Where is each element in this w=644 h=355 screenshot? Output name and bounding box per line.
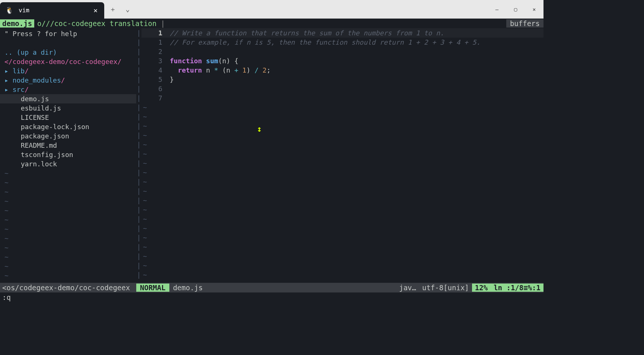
editor-pane[interactable]: 1 // Write a function that returns the s… (141, 28, 543, 283)
tilde: ~ (0, 234, 136, 243)
brace: } (170, 76, 174, 83)
tree-file-tsconfig-json[interactable]: tsconfig.json (0, 150, 136, 159)
tilde: ~ (0, 196, 136, 206)
status-filetype: jav… (396, 284, 419, 292)
line-number: 6 (141, 84, 167, 93)
main-area: " Press ? for help .. (up a dir) </codeg… (0, 28, 543, 283)
tree-up-dir[interactable]: .. (up a dir) (0, 48, 136, 57)
operator: / (255, 66, 259, 74)
tilde: ~ (0, 262, 136, 271)
tree-file-esbuild-js[interactable]: esbuild.js (0, 103, 136, 113)
code-line-4: 3 function sum(n) { (141, 56, 543, 65)
tilde: ~ (0, 215, 136, 224)
tilde: ~ (141, 270, 543, 279)
titlebar: 🐧 vim ✕ ＋ ⌄ — ▢ ✕ (0, 0, 543, 19)
command-line[interactable]: :q (0, 292, 543, 302)
tabline-sep: | (161, 19, 165, 28)
close-window-button[interactable]: ✕ (525, 2, 543, 17)
tilde: ~ (0, 178, 136, 187)
line-number: 7 (141, 93, 167, 103)
tilde: ~ (0, 169, 136, 178)
tilde: ~ (141, 233, 543, 242)
tilde: ~ (141, 196, 543, 205)
tree-file-yarn-lock[interactable]: yarn.lock (0, 159, 136, 169)
params: (n) { (218, 57, 238, 65)
tree-help: " Press ? for help (0, 29, 136, 38)
code-line-8: 7 (141, 93, 543, 103)
nerdtree[interactable]: " Press ? for help .. (up a dir) </codeg… (0, 28, 136, 283)
line-number: 5 (141, 75, 167, 84)
line-number: 2 (141, 47, 167, 56)
terminal-tab[interactable]: 🐧 vim ✕ (0, 2, 104, 19)
resize-cursor-icon: ↕ (257, 124, 262, 134)
function-name: sum (206, 57, 219, 65)
code-text: ) (246, 66, 255, 74)
tilde: ~ (141, 242, 543, 252)
code-line-7: 6 (141, 84, 543, 93)
vim-tabline: demo.js o///coc-codegeex translation | b… (0, 19, 543, 28)
tree-root[interactable]: </codegeex-demo/coc-codegeex/ (0, 57, 136, 66)
status-tree-path: <os/codegeex-demo/coc-codegeex (0, 284, 136, 292)
status-mode: NORMAL (136, 284, 169, 292)
tilde: ~ (141, 131, 543, 140)
tabline-path: o///coc-codegeex translation | (34, 19, 165, 28)
new-tab-button[interactable]: ＋ (106, 3, 119, 16)
code-line-1: 1 // Write a function that returns the s… (141, 28, 543, 38)
close-tab-icon[interactable]: ✕ (93, 6, 98, 14)
tilde: ~ (141, 159, 543, 168)
comment: // For example, if n is 5, then the func… (170, 38, 480, 46)
tilde: ~ (141, 140, 543, 149)
tilde: ~ (0, 224, 136, 234)
tilde: ~ (141, 261, 543, 270)
tree-file-package-lock-json[interactable]: package-lock.json (0, 122, 136, 131)
blank (0, 38, 136, 48)
tilde: ~ (141, 252, 543, 261)
number: 1 (238, 66, 246, 74)
tilde: ~ (141, 224, 543, 233)
operator: + (234, 66, 238, 74)
line-number: 3 (141, 56, 167, 65)
tab-menu-button[interactable]: ⌄ (121, 3, 134, 16)
tilde: ~ (141, 112, 543, 121)
tilde: ~ (0, 243, 136, 252)
tilde: ~ (141, 186, 543, 196)
comment: // Write a function that returns the sum… (170, 29, 444, 37)
status-filename: demo.js (169, 284, 207, 292)
tree-file-package-json[interactable]: package.json (0, 131, 136, 141)
vertical-split[interactable]: ||||||||||||||||||||||||||| (136, 28, 141, 283)
tree-folder-src[interactable]: ▸ src/ (0, 85, 136, 94)
tilde: ~ (0, 206, 136, 215)
tilde: ~ (0, 252, 136, 262)
status-encoding: utf-8[unix] (419, 284, 472, 292)
tree-file-demo-js[interactable]: demo.js (0, 94, 136, 103)
tilde: ~ (141, 205, 543, 214)
code-line-3: 2 (141, 47, 543, 56)
tilde: ~ (141, 103, 543, 112)
status-position: ln :1/8≡%:1 (491, 284, 543, 292)
linux-icon: 🐧 (5, 6, 13, 14)
tree-folder-node_modules[interactable]: ▸ node_modules/ (0, 76, 136, 85)
code-text: (n (218, 66, 234, 74)
keyword-return: return (178, 66, 202, 74)
tab-title: vim (19, 7, 88, 14)
tilde: ~ (141, 168, 543, 177)
tilde: ~ (141, 149, 543, 159)
tilde: ~ (0, 271, 136, 280)
code-line-6: 5 } (141, 75, 543, 84)
tilde: ~ (141, 177, 543, 186)
operator: * (214, 66, 218, 74)
tree-folder-lib[interactable]: ▸ lib/ (0, 66, 136, 76)
code-text: n (202, 66, 214, 74)
code-text: ; (267, 66, 271, 74)
tree-file-README-md[interactable]: README.md (0, 141, 136, 150)
line-number: 1 (141, 38, 167, 47)
keyword-function: function (170, 57, 202, 65)
statusline: <os/codegeex-demo/coc-codegeex NORMAL de… (0, 283, 543, 292)
tilde: ~ (0, 187, 136, 196)
tree-file-LICENSE[interactable]: LICENSE (0, 113, 136, 122)
buffers-label[interactable]: buffers (506, 19, 543, 28)
maximize-button[interactable]: ▢ (506, 2, 525, 17)
minimize-button[interactable]: — (488, 2, 506, 17)
line-number-current: 1 (141, 28, 167, 38)
line-number: 4 (141, 65, 167, 75)
